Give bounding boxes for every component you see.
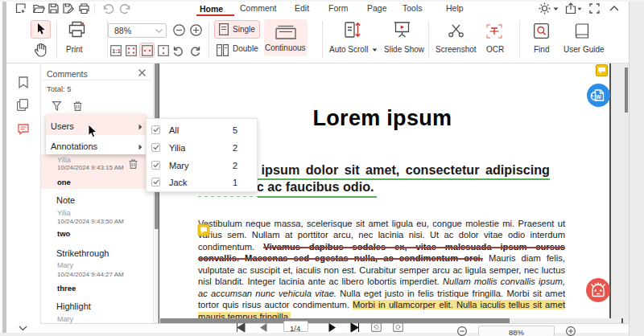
svg-text:1:1: 1:1 <box>112 47 121 55</box>
svg-text:W: W <box>596 94 601 100</box>
